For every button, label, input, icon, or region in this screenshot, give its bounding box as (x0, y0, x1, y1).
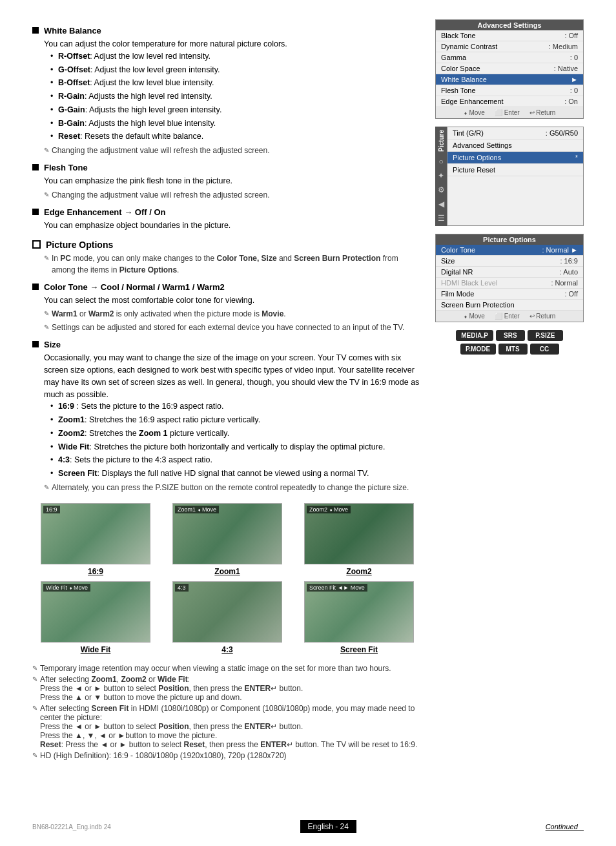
dynamic-contrast-value: : Medium (549, 43, 578, 50)
caption-zoom2: Zoom2 (304, 567, 414, 576)
caption-43: 4:3 (172, 645, 282, 654)
po-row-color-tone: Color Tone : Normal ► (436, 245, 583, 256)
panel-row-white-balance: White Balance ► (436, 74, 583, 85)
white-balance-note: ✎ Changing the adjustment value will ref… (44, 145, 422, 156)
screenshot-img-screenfit: Screen Fit ◄► Move (304, 581, 414, 643)
po-footer-move: ⬧ Move (464, 313, 485, 320)
remote-buttons: MEDIA.P SRS P.SIZE P.MODE MTS CC (435, 330, 584, 355)
remote-btn-srs: SRS (496, 330, 525, 341)
remote-btn-pmode: P.MODE (460, 344, 496, 355)
note-icon-6: ✎ (44, 482, 49, 492)
caption-169: 16:9 (41, 567, 150, 576)
flesh-tone-row-label: Flesh Tone (441, 87, 476, 94)
po-digital-nr-value: : Auto (560, 268, 578, 276)
note-text-5: Settings can be adjusted and stored for … (52, 322, 422, 333)
flesh-tone-desc: You can emphasize the pink flesh tone in… (44, 175, 422, 187)
picture-panel-container: Picture ○ ✦ ⚙ ◀ ☰ Tint (G/R) : G50/R50 (435, 127, 584, 226)
checkbox-icon (32, 240, 41, 249)
flesh-tone-heading: Flesh Tone (32, 163, 422, 172)
size-screenfit: Screen Fit: Displays the full native HD … (50, 468, 422, 480)
remote-btn-mediap: MEDIA.P (456, 330, 493, 341)
square-icon (32, 27, 39, 34)
tab-icon-2: ✦ (438, 171, 444, 180)
po-row-digital-nr: Digital NR : Auto (436, 267, 583, 278)
flesh-tone-row-value: : 0 (570, 87, 578, 94)
img-label-zoom2: Zoom2 ⬧ Move (307, 506, 351, 513)
square-icon-2 (32, 164, 39, 170)
po-row-screen-burn: Screen Burn Protection (436, 300, 583, 311)
po-row-hdmi-black: HDMI Black Level : Normal (436, 278, 583, 289)
ps-row-picture-reset: Picture Reset (447, 164, 583, 176)
advanced-settings-title: Advanced Settings (436, 20, 583, 30)
tint-value: : G50/R50 (546, 129, 578, 137)
remote-btn-cc: CC (530, 344, 559, 355)
note-icon-b3: ✎ (32, 705, 37, 712)
remote-row-1: MEDIA.P SRS P.SIZE (435, 330, 584, 341)
size-zoom1: Zoom1: Stretches the 16:9 aspect ratio p… (50, 414, 422, 426)
bottom-note-1: ✎ Temporary image retention may occur wh… (32, 664, 422, 673)
edge-enhancement-title: Edge Enhancement → Off / On (44, 207, 166, 217)
po-film-label: Film Mode (441, 290, 474, 298)
caption-screenfit: Screen Fit (304, 645, 414, 654)
color-space-value: : Native (554, 65, 578, 72)
panel-row-color-space: Color Space : Native (436, 63, 583, 74)
panel-row-flesh-tone: Flesh Tone : 0 (436, 85, 583, 96)
size-169: 16:9 : Sets the picture to the 16:9 aspe… (50, 400, 422, 413)
list-item-g-offset: G-Offset: Adjust the low level green int… (50, 64, 422, 76)
screenshot-zoom1: Zoom1 ⬧ Move Zoom1 (172, 503, 282, 576)
picture-side-content: Tint (G/R) : G50/R50 Advanced Settings P… (447, 127, 584, 226)
white-balance-heading: White Balance (32, 26, 422, 36)
po-hdmi-label: HDMI Black Level (441, 279, 497, 287)
panel-row-gamma: Gamma : 0 (436, 52, 583, 63)
edge-enhancement-body: You can emphasize object boundaries in t… (44, 220, 422, 232)
tab-icon-5: ☰ (438, 214, 445, 223)
po-color-tone-label: Color Tone (441, 246, 475, 254)
screenshot-screenfit: Screen Fit ◄► Move Screen Fit (304, 581, 414, 654)
size-43: 4:3: Sets the picture to the 4:3 aspect … (50, 454, 422, 466)
list-item-b-gain: B-Gain: Adjusts the high level blue inte… (50, 118, 422, 130)
screenshots-grid: 16:9 16:9 Zoom1 ⬧ Move Zoom1 Zoom2 ⬧ Mov… (32, 503, 422, 654)
main-content: White Balance You can adjust the color t… (32, 19, 584, 762)
picture-options-note-body: ✎ In PC mode, you can only make changes … (44, 253, 422, 276)
footer-return: ↩ Return (529, 109, 556, 116)
note-text-4: Warm1 or Warm2 is only activated when th… (52, 308, 422, 320)
color-tone-note1: ✎ Warm1 or Warm2 is only activated when … (44, 308, 422, 320)
po-size-label: Size (441, 257, 455, 265)
list-item-reset: Reset: Resets the default white balance. (50, 130, 422, 143)
right-column: Advanced Settings Black Tone : Off Dynam… (435, 19, 584, 762)
remote-btn-mts: MTS (498, 344, 528, 355)
caption-widefit: Wide Fit (41, 645, 150, 654)
color-space-label: Color Space (441, 65, 480, 72)
square-icon-3 (32, 209, 39, 215)
flesh-tone-note: ✎ Changing the adjustment value will ref… (44, 189, 422, 201)
note-text-b1: Temporary image retention may occur when… (40, 664, 422, 673)
black-tone-label: Black Tone (441, 32, 476, 39)
note-text-2: Changing the adjustment value will refre… (52, 189, 422, 201)
po-size-value: : 16:9 (560, 257, 578, 265)
picture-options-panel: Picture Options Color Tone : Normal ► Si… (435, 234, 584, 322)
picture-options-panel-title: Picture Options (436, 234, 583, 245)
white-balance-row-label: White Balance (441, 76, 487, 83)
note-text-b4: HD (High Definition): 16:9 - 1080i/1080p… (40, 751, 422, 760)
edge-enhancement-row-value: : On (564, 98, 578, 105)
img-label-widefit: Wide Fit ⬧ Move (43, 584, 90, 592)
size-list: 16:9 : Sets the picture to the 16:9 aspe… (50, 400, 422, 480)
po-hdmi-value: : Normal (551, 279, 578, 287)
picture-options-note: ✎ In PC mode, you can only make changes … (44, 253, 422, 276)
po-color-tone-value: : Normal ► (542, 246, 578, 254)
color-tone-desc: You can select the most comfortable colo… (44, 294, 422, 307)
size-heading: Size (32, 340, 422, 349)
picture-options-heading: Picture Options (32, 240, 422, 250)
flesh-tone-body: You can emphasize the pink flesh tone in… (44, 175, 422, 201)
picture-options-row-arrow: * (575, 154, 578, 161)
square-icon-5 (32, 341, 39, 347)
white-balance-list: R-Offset: Adjust the low level red inten… (50, 50, 422, 143)
list-item-b-offset: B-Offset: Adjust the low level blue inte… (50, 77, 422, 89)
caption-zoom1: Zoom1 (172, 567, 282, 576)
po-row-size: Size : 16:9 (436, 256, 583, 267)
edge-enhancement-desc: You can emphasize object boundaries in t… (44, 220, 422, 232)
screenshot-img-widefit: Wide Fit ⬧ Move (41, 581, 150, 643)
ps-row-advanced: Advanced Settings (447, 139, 583, 152)
page: White Balance You can adjust the color t… (0, 0, 616, 846)
white-balance-body: You can adjust the color temperature for… (44, 38, 422, 156)
